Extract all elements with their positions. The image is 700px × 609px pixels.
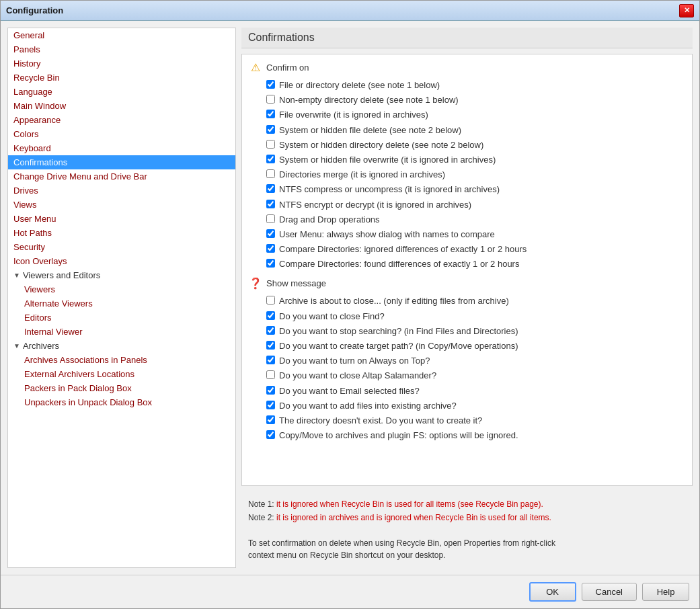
checkbox-label-close-find: Do you want to close Find?	[279, 311, 385, 323]
sidebar-item-packers[interactable]: Packers in Pack Dialog Box	[8, 381, 235, 395]
sidebar-item-keyboard[interactable]: Keyboard	[8, 141, 235, 155]
configuration-window: Configuration ✕ GeneralPanelsHistoryRecy…	[0, 0, 700, 609]
panel-content: ⚠ Confirm on File or directory delete (s…	[241, 54, 693, 486]
sidebar-item-main-window[interactable]: Main Window	[8, 99, 235, 113]
help-button[interactable]: Help	[642, 583, 689, 601]
sidebar-item-external-archivers[interactable]: External Archivers Locations	[8, 367, 235, 381]
checkbox-label-file-overwrite: File overwrite (it is ignored in archive…	[279, 109, 428, 121]
window-title: Configuration	[6, 5, 63, 15]
cancel-button[interactable]: Cancel	[582, 583, 637, 601]
note3: To set confirmation on delete when using…	[248, 537, 686, 561]
confirm-row-ntfs-compress: NTFS compress or uncompress (it is ignor…	[249, 182, 685, 197]
sidebar-item-recycle-bin[interactable]: Recycle Bin	[8, 71, 235, 85]
message-row-email-files: Do you want to Email selected files?	[249, 384, 685, 399]
sidebar-item-appearance[interactable]: Appearance	[8, 113, 235, 127]
checkbox-label-close-salamander: Do you want to close Altap Salamander?	[279, 370, 436, 382]
sidebar-item-viewers[interactable]: Viewers	[8, 282, 235, 296]
checkbox-system-hidden-dir-delete[interactable]	[266, 140, 275, 149]
checkbox-non-empty-dir-delete[interactable]	[266, 95, 275, 104]
show-message-header: ❓ Show message	[249, 277, 685, 290]
sidebar-item-unpackers[interactable]: Unpackers in Unpack Dialog Box	[8, 395, 235, 409]
checkbox-label-system-hidden-file-delete: System or hidden file delete (see note 2…	[279, 124, 461, 136]
sidebar-section-viewers-editors[interactable]: ▼Viewers and Editors	[8, 268, 235, 282]
checkbox-file-dir-delete[interactable]	[266, 80, 275, 89]
checkbox-close-salamander[interactable]	[266, 370, 275, 379]
sidebar-section-label: Archivers	[23, 341, 59, 351]
title-bar-controls: ✕	[679, 4, 694, 17]
confirm-row-system-hidden-dir-delete: System or hidden directory delete (see n…	[249, 138, 685, 153]
sidebar-item-icon-overlays[interactable]: Icon Overlays	[8, 254, 235, 268]
title-bar: Configuration ✕	[1, 1, 699, 21]
checkbox-label-copy-move-archive: Copy/Move to archives and plugin FS: opt…	[279, 430, 518, 442]
checkbox-compare-dirs-1-2h[interactable]	[266, 244, 275, 253]
checkbox-label-ntfs-compress: NTFS compress or uncompress (it is ignor…	[279, 184, 500, 196]
sidebar-item-panels[interactable]: Panels	[8, 42, 235, 56]
checkbox-add-to-archive[interactable]	[266, 401, 275, 409]
checkbox-label-file-dir-delete: File or directory delete (see note 1 bel…	[279, 79, 440, 91]
note2: Note 2: it is ignored in archives and is…	[248, 512, 686, 524]
question-icon: ❓	[249, 277, 262, 290]
confirm-row-user-menu-dialog: User Menu: always show dialog with names…	[249, 227, 685, 242]
triangle-icon: ▼	[13, 272, 20, 279]
confirm-row-drag-drop: Drag and Drop operations	[249, 212, 685, 227]
confirm-row-compare-dirs-found: Compare Directories: found differences o…	[249, 257, 685, 272]
message-row-add-to-archive: Do you want to add files into existing a…	[249, 399, 685, 413]
checkbox-label-drag-drop: Drag and Drop operations	[279, 214, 380, 226]
notes-section: Note 1: it is ignored when Recycle Bin i…	[241, 491, 693, 568]
sidebar-section-archivers[interactable]: ▼Archivers	[8, 339, 235, 353]
message-row-create-target-path: Do you want to create target path? (in C…	[249, 339, 685, 354]
content-area: GeneralPanelsHistoryRecycle BinLanguageM…	[1, 21, 699, 575]
sidebar-item-general[interactable]: General	[8, 28, 235, 42]
sidebar-item-security[interactable]: Security	[8, 240, 235, 254]
confirm-row-ntfs-encrypt: NTFS encrypt or decrypt (it is ignored i…	[249, 198, 685, 212]
footer: OK Cancel Help	[1, 575, 699, 608]
checkbox-email-files[interactable]	[266, 386, 275, 395]
confirm-row-system-hidden-file-delete: System or hidden file delete (see note 2…	[249, 123, 685, 138]
sidebar-item-internal-viewer[interactable]: Internal Viewer	[8, 325, 235, 339]
close-button[interactable]: ✕	[679, 4, 694, 17]
sidebar-item-drives[interactable]: Drives	[8, 184, 235, 198]
checkbox-ntfs-encrypt[interactable]	[266, 200, 275, 208]
sidebar-item-user-menu[interactable]: User Menu	[8, 212, 235, 226]
checkbox-label-compare-dirs-1-2h: Compare Directories: ignored differences…	[279, 243, 527, 255]
checkbox-system-hidden-file-overwrite[interactable]	[266, 155, 275, 163]
sidebar-item-views[interactable]: Views	[8, 198, 235, 212]
checkbox-close-find[interactable]	[266, 311, 275, 320]
checkbox-copy-move-archive[interactable]	[266, 430, 275, 439]
message-row-close-find: Do you want to close Find?	[249, 309, 685, 324]
checkbox-always-on-top[interactable]	[266, 356, 275, 364]
confirm-row-system-hidden-file-overwrite: System or hidden file overwrite (it is i…	[249, 153, 685, 167]
ok-button[interactable]: OK	[529, 582, 576, 602]
sidebar-item-archives-associations[interactable]: Archives Associations in Panels	[8, 353, 235, 367]
checkbox-archive-close[interactable]	[266, 296, 275, 304]
checkbox-compare-dirs-found[interactable]	[266, 259, 275, 268]
warning-icon: ⚠	[249, 61, 262, 74]
checkbox-dir-not-exist[interactable]	[266, 415, 275, 424]
sidebar-item-confirmations[interactable]: Confirmations	[8, 155, 235, 169]
sidebar-item-change-drive[interactable]: Change Drive Menu and Drive Bar	[8, 169, 235, 184]
confirm-row-file-dir-delete: File or directory delete (see note 1 bel…	[249, 78, 685, 93]
message-row-close-salamander: Do you want to close Altap Salamander?	[249, 368, 685, 383]
sidebar-item-alternate-viewers[interactable]: Alternate Viewers	[8, 296, 235, 311]
sidebar-item-colors[interactable]: Colors	[8, 127, 235, 141]
checkbox-system-hidden-file-delete[interactable]	[266, 125, 275, 134]
checkbox-directories-merge[interactable]	[266, 169, 275, 178]
checkbox-label-email-files: Do you want to Email selected files?	[279, 385, 420, 397]
checkbox-create-target-path[interactable]	[266, 341, 275, 350]
sidebar-item-history[interactable]: History	[8, 56, 235, 71]
checkbox-label-directories-merge: Directories merge (it is ignored in arch…	[279, 169, 445, 181]
checkbox-ntfs-compress[interactable]	[266, 184, 275, 193]
confirm-on-header: ⚠ Confirm on	[249, 61, 685, 74]
message-row-always-on-top: Do you want to turn on Always on Top?	[249, 354, 685, 368]
sidebar-item-hot-paths[interactable]: Hot Paths	[8, 226, 235, 240]
checkbox-stop-searching[interactable]	[266, 326, 275, 335]
checkbox-file-overwrite[interactable]	[266, 110, 275, 118]
sidebar-item-language[interactable]: Language	[8, 85, 235, 99]
checkbox-drag-drop[interactable]	[266, 214, 275, 223]
sidebar-item-editors[interactable]: Editors	[8, 311, 235, 325]
checkbox-user-menu-dialog[interactable]	[266, 229, 275, 238]
message-row-archive-close: Archive is about to close... (only if ed…	[249, 294, 685, 309]
main-panel: Confirmations ⚠ Confirm on File or direc…	[241, 28, 693, 568]
triangle-icon: ▼	[13, 342, 20, 350]
panel-title: Confirmations	[241, 28, 693, 48]
